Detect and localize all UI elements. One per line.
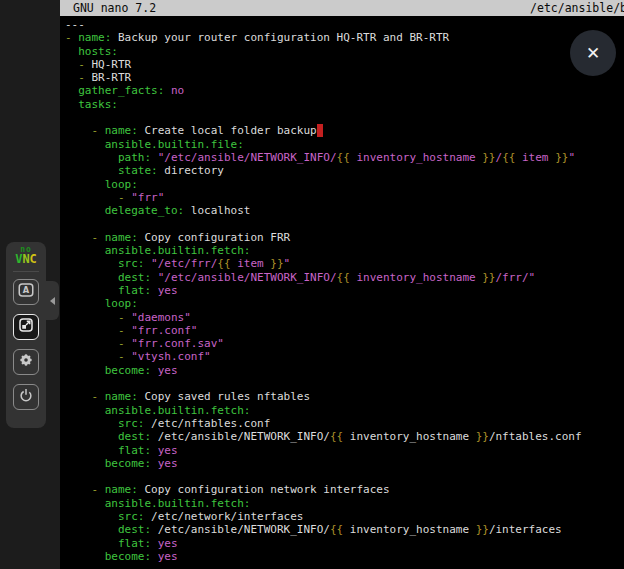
power-icon	[17, 386, 35, 408]
editor-line: - name: Create local folder backup	[65, 124, 624, 137]
fullscreen-button[interactable]	[13, 314, 39, 340]
editor-line: tasks:	[65, 98, 624, 111]
editor-line: src: "/etc/frr/{{ item }}"	[65, 257, 624, 270]
nano-filename-label: /etc/ansible/b	[530, 0, 624, 16]
vnc-control-panel: no VNC A	[6, 242, 46, 428]
sidebar-collapse-handle[interactable]	[46, 281, 59, 320]
nano-titlebar: GNU nano 7.2 /etc/ansible/b	[60, 0, 624, 16]
editor-line: state: directory	[65, 164, 624, 177]
editor-line	[65, 377, 624, 390]
editor-line: flat: yes	[65, 537, 624, 550]
editor-line: flat: yes	[65, 284, 624, 297]
editor-line: gather_facts: no	[65, 84, 624, 97]
editor-line: ansible.builtin.fetch:	[65, 497, 624, 510]
editor-line: src: /etc/nftables.conf	[65, 417, 624, 430]
vnc-sidebar: no VNC A	[0, 0, 60, 569]
editor-line	[65, 111, 624, 124]
editor-line: - "frr.conf.sav"	[65, 337, 624, 350]
editor-line: become: yes	[65, 457, 624, 470]
editor-line: ---	[65, 18, 624, 31]
text-cursor	[317, 124, 324, 137]
editor-line: - HQ-RTR	[65, 58, 624, 71]
editor-line: - name: Copy configuration FRR	[65, 231, 624, 244]
editor-line: - "frr.conf"	[65, 324, 624, 337]
keyboard-a-key-icon: A	[17, 281, 35, 303]
editor-line: - "vtysh.conf"	[65, 350, 624, 363]
editor-line: become: yes	[65, 364, 624, 377]
collapse-left-arrow-icon	[50, 297, 55, 305]
editor-line: - name: Backup your router configuration…	[65, 31, 624, 44]
close-icon: ✕	[586, 45, 600, 62]
editor-line: flat: yes	[65, 444, 624, 457]
editor-line: dest: /etc/ansible/NETWORK_INFO/{{ inven…	[65, 523, 624, 536]
editor-line: delegate_to: localhost	[65, 204, 624, 217]
editor-line: - "daemons"	[65, 311, 624, 324]
editor-line: ansible.builtin.file:	[65, 138, 624, 151]
editor-line	[65, 470, 624, 483]
panel-divider	[13, 271, 39, 272]
editor-line: hosts:	[65, 45, 624, 58]
novnc-logo-main: VNC	[15, 253, 37, 265]
power-button[interactable]	[13, 384, 39, 410]
terminal-window: GNU nano 7.2 /etc/ansible/b ---- name: B…	[60, 0, 624, 569]
nano-version-label: GNU nano 7.2	[73, 0, 156, 16]
editor-line: dest: "/etc/ansible/NETWORK_INFO/{{ inve…	[65, 271, 624, 284]
editor-line: loop:	[65, 178, 624, 191]
close-button[interactable]: ✕	[570, 30, 616, 76]
gear-icon	[17, 351, 35, 373]
editor-content[interactable]: ---- name: Backup your router configurat…	[60, 16, 624, 563]
svg-text:A: A	[23, 285, 30, 295]
editor-line	[65, 217, 624, 230]
editor-line: dest: /etc/ansible/NETWORK_INFO/{{ inven…	[65, 430, 624, 443]
settings-button[interactable]	[13, 349, 39, 375]
editor-line: - BR-RTR	[65, 71, 624, 84]
editor-line: - name: Copy saved rules nftables	[65, 390, 624, 403]
editor-line: ansible.builtin.fetch:	[65, 404, 624, 417]
novnc-logo: no VNC	[15, 246, 37, 265]
editor-line: path: "/etc/ansible/NETWORK_INFO/{{ inve…	[65, 151, 624, 164]
editor-line: - name: Copy configuration network inter…	[65, 483, 624, 496]
editor-line: become: yes	[65, 550, 624, 563]
editor-line: ansible.builtin.fetch:	[65, 244, 624, 257]
keyboard-button[interactable]: A	[13, 279, 39, 305]
fullscreen-icon	[17, 316, 35, 338]
editor-line: - "frr"	[65, 191, 624, 204]
editor-line: src: /etc/network/interfaces	[65, 510, 624, 523]
editor-line: loop:	[65, 297, 624, 310]
